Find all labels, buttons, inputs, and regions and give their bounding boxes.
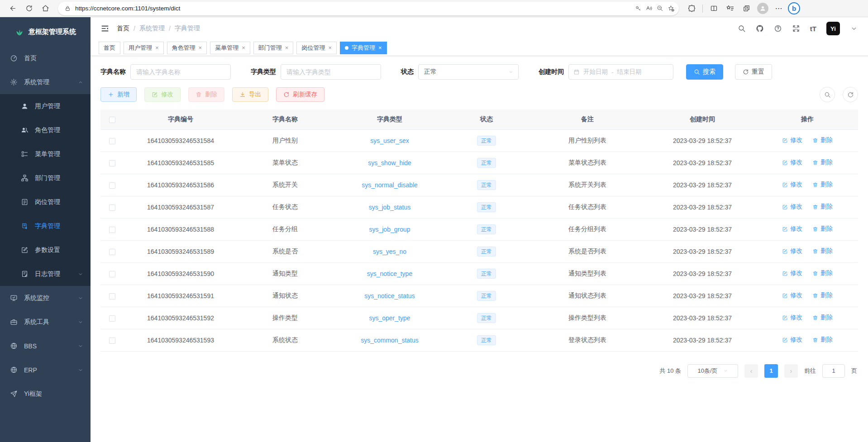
tab-post-management[interactable]: 岗位管理×	[296, 42, 337, 54]
row-edit-button[interactable]: 修改	[782, 336, 802, 344]
tab-role-management[interactable]: 角色管理×	[167, 42, 207, 54]
close-icon[interactable]: ×	[378, 44, 382, 51]
close-icon[interactable]: ×	[328, 44, 332, 51]
sidebar-item-erp[interactable]: ERP	[0, 358, 91, 382]
sidebar-item-system-monitor[interactable]: 系统监控	[0, 286, 91, 310]
dict-type-input[interactable]	[281, 64, 381, 80]
sidebar-item-dict-management[interactable]: 字典管理	[0, 214, 91, 238]
refresh-table-button[interactable]	[843, 87, 858, 102]
bing-chat-button[interactable]: b	[788, 2, 800, 14]
dict-type-link[interactable]: sys_notice_type	[367, 270, 412, 277]
browser-menu-button[interactable]: ⋯	[772, 2, 786, 15]
row-delete-button[interactable]: 删除	[812, 247, 833, 255]
reset-button[interactable]: 重置	[735, 64, 772, 80]
delete-button[interactable]: 删除	[188, 87, 224, 102]
select-all-checkbox[interactable]	[109, 117, 115, 123]
edit-button[interactable]: 修改	[144, 87, 181, 102]
row-edit-button[interactable]: 修改	[782, 225, 802, 233]
dict-type-link[interactable]: sys_yes_no	[373, 248, 406, 255]
dict-type-link[interactable]: sys_normal_disable	[362, 181, 418, 189]
sidebar-item-bbs[interactable]: BBS	[0, 334, 91, 358]
sidebar-item-system-management[interactable]: 系统管理	[0, 70, 91, 94]
sidebar-item-post-management[interactable]: 岗位管理	[0, 190, 91, 214]
search-button[interactable]: 搜索	[686, 64, 723, 80]
row-checkbox[interactable]	[109, 315, 115, 322]
dict-type-link[interactable]: sys_oper_type	[369, 314, 410, 322]
row-edit-button[interactable]: 修改	[782, 247, 802, 255]
close-icon[interactable]: ×	[199, 44, 202, 51]
goto-page-input[interactable]	[822, 364, 845, 378]
home-button[interactable]	[38, 2, 52, 15]
sidebar-collapse-button[interactable]	[100, 24, 110, 33]
sidebar-item-yi-framework[interactable]: Yi框架	[0, 382, 91, 406]
tab-menu-management[interactable]: 菜单管理×	[210, 42, 250, 54]
sidebar-item-system-tools[interactable]: 系统工具	[0, 310, 91, 334]
dict-type-link[interactable]: sys_show_hide	[368, 159, 411, 166]
row-checkbox[interactable]	[109, 293, 115, 299]
dict-type-link[interactable]: sys_user_sex	[370, 137, 409, 144]
fullscreen-icon[interactable]	[792, 24, 800, 33]
collections-button[interactable]	[739, 2, 754, 15]
add-button[interactable]: 新增	[100, 87, 137, 102]
row-checkbox[interactable]	[109, 227, 115, 233]
row-checkbox[interactable]	[109, 337, 115, 344]
row-delete-button[interactable]: 删除	[812, 136, 833, 144]
read-aloud-icon[interactable]	[646, 5, 653, 12]
sidebar-item-role-management[interactable]: 角色管理	[0, 118, 91, 142]
split-screen-button[interactable]	[706, 2, 721, 15]
sidebar-item-dept-management[interactable]: 部门管理	[0, 166, 91, 190]
row-delete-button[interactable]: 删除	[812, 314, 833, 322]
help-icon[interactable]	[774, 24, 782, 33]
row-checkbox[interactable]	[109, 160, 115, 166]
font-size-icon[interactable]: tT	[810, 25, 816, 33]
row-delete-button[interactable]: 删除	[812, 225, 833, 233]
address-bar[interactable]: https://ccnetcore.com:1101/system/dict	[58, 2, 679, 15]
row-checkbox[interactable]	[109, 271, 115, 277]
password-key-icon[interactable]	[635, 5, 642, 12]
row-delete-button[interactable]: 删除	[812, 181, 833, 189]
close-icon[interactable]: ×	[285, 44, 289, 51]
tab-dept-management[interactable]: 部门管理×	[253, 42, 294, 54]
dict-type-link[interactable]: sys_job_status	[369, 204, 411, 211]
dict-type-link[interactable]: sys_common_status	[361, 337, 419, 344]
tab-dict-management[interactable]: 字典管理×	[340, 42, 387, 54]
next-page-button[interactable]: ›	[784, 364, 798, 378]
current-page-button[interactable]: 1	[764, 364, 778, 378]
sidebar-item-user-management[interactable]: 用户管理	[0, 94, 91, 118]
row-delete-button[interactable]: 删除	[812, 291, 833, 299]
end-date-placeholder[interactable]: 结束日期	[617, 68, 642, 76]
dict-type-link[interactable]: sys_notice_status	[364, 292, 415, 299]
tab-user-management[interactable]: 用户管理×	[124, 42, 164, 54]
row-delete-button[interactable]: 删除	[812, 336, 833, 344]
row-delete-button[interactable]: 删除	[812, 158, 833, 166]
row-edit-button[interactable]: 修改	[782, 314, 802, 322]
close-icon[interactable]: ×	[155, 44, 159, 51]
prev-page-button[interactable]: ‹	[744, 364, 758, 378]
dict-type-link[interactable]: sys_job_group	[369, 226, 410, 233]
start-date-placeholder[interactable]: 开始日期	[583, 68, 608, 76]
row-edit-button[interactable]: 修改	[782, 269, 802, 277]
sidebar-item-log-management[interactable]: 日志管理	[0, 262, 91, 286]
row-edit-button[interactable]: 修改	[782, 291, 802, 299]
breadcrumb-home[interactable]: 首页	[117, 24, 129, 33]
row-checkbox[interactable]	[109, 138, 115, 144]
sidebar-item-param-settings[interactable]: 参数设置	[0, 238, 91, 262]
page-size-select[interactable]: 10条/页	[687, 364, 738, 378]
date-range-picker[interactable]: 开始日期 - 结束日期	[568, 64, 673, 80]
refresh-cache-button[interactable]: 刷新缓存	[276, 87, 324, 102]
user-avatar[interactable]: Yi	[826, 22, 840, 35]
extensions-button[interactable]	[684, 2, 699, 15]
favorites-button[interactable]	[723, 2, 737, 15]
breadcrumb-system[interactable]: 系统管理	[139, 24, 165, 33]
row-checkbox[interactable]	[109, 249, 115, 255]
sidebar-item-home[interactable]: 首页	[0, 46, 91, 70]
status-select[interactable]: 正常	[418, 64, 519, 80]
row-edit-button[interactable]: 修改	[782, 158, 802, 166]
export-button[interactable]: 导出	[232, 87, 268, 102]
sidebar-item-menu-management[interactable]: 菜单管理	[0, 142, 91, 166]
back-button[interactable]	[5, 2, 20, 15]
row-checkbox[interactable]	[109, 182, 115, 189]
dict-name-input[interactable]	[130, 64, 231, 80]
favorite-add-icon[interactable]	[668, 5, 674, 12]
row-checkbox[interactable]	[109, 204, 115, 211]
